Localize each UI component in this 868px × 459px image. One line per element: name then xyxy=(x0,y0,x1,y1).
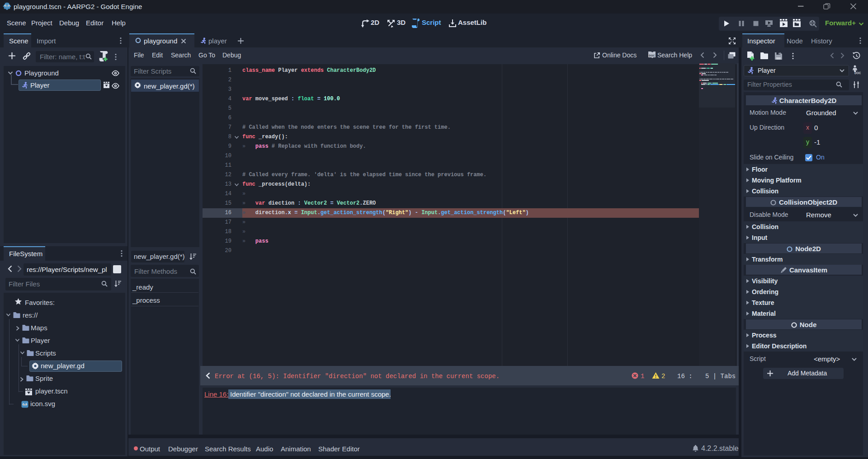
svg-text:DOC: DOC xyxy=(854,71,861,75)
